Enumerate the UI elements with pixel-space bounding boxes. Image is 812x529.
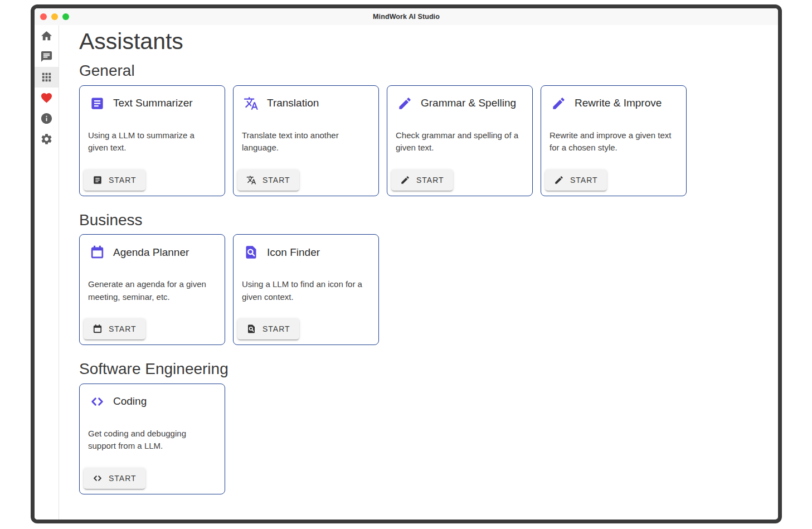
card-actions: START <box>387 166 532 196</box>
info-icon <box>40 112 53 125</box>
chat-icon <box>40 50 53 63</box>
apps-grid-icon <box>40 71 53 84</box>
pencil-icon <box>554 175 564 185</box>
start-button[interactable]: START <box>391 169 453 191</box>
card-title: Rewrite & Improve <box>575 97 662 109</box>
assistant-card: Icon Finder Using a LLM to find an icon … <box>233 234 379 345</box>
section-heading: Business <box>79 211 778 230</box>
desktop-background: MindWork AI Studio Assistants General Te… <box>0 0 812 529</box>
calendar-icon <box>90 245 105 260</box>
sidebar-item-about[interactable] <box>35 108 59 129</box>
assistant-card: Rewrite & Improve Rewrite and improve a … <box>541 85 687 196</box>
titlebar: MindWork AI Studio <box>35 8 778 25</box>
assistant-card: Grammar & Spelling Check grammar and spe… <box>387 85 533 196</box>
card-header: Icon Finder <box>234 235 378 260</box>
start-button-label: START <box>109 474 137 483</box>
card-actions: START <box>80 464 225 494</box>
card-description: Translate text into another language. <box>234 129 378 154</box>
card-actions: START <box>234 314 378 344</box>
card-header: Agenda Planner <box>80 235 225 260</box>
pencil-icon <box>400 175 410 185</box>
assistant-section: Software Engineering Coding Get coding a… <box>79 360 778 494</box>
sections-container: General Text Summarizer Using a LLM to s… <box>79 61 778 494</box>
card-actions: START <box>234 166 378 196</box>
start-button[interactable]: START <box>84 468 145 489</box>
start-button[interactable]: START <box>237 169 299 191</box>
section-heading: General <box>79 61 778 80</box>
assistant-section: General Text Summarizer Using a LLM to s… <box>79 61 778 196</box>
card-description: Check grammar and spelling of a given te… <box>387 129 532 154</box>
start-button[interactable]: START <box>84 318 145 339</box>
card-description: Using a LLM to summarize a given text. <box>80 129 225 154</box>
sidebar <box>35 25 59 520</box>
page-title: Assistants <box>79 28 778 55</box>
assistant-card: Agenda Planner Generate an agenda for a … <box>79 234 225 345</box>
start-button-label: START <box>416 176 444 185</box>
pencil-icon <box>551 96 566 111</box>
start-button-label: START <box>262 176 290 185</box>
sidebar-item-settings[interactable] <box>35 129 59 149</box>
card-header: Coding <box>80 384 225 409</box>
assistant-card: Translation Translate text into another … <box>233 85 379 196</box>
card-description: Generate an agenda for a given meeting, … <box>80 278 225 303</box>
translate-icon <box>244 96 259 111</box>
card-header: Text Summarizer <box>80 86 225 111</box>
card-title: Icon Finder <box>267 246 320 259</box>
window-title: MindWork AI Studio <box>35 13 778 21</box>
start-button-label: START <box>109 176 137 185</box>
card-actions: START <box>541 166 686 196</box>
card-description: Get coding and debugging support from a … <box>80 428 225 453</box>
start-button[interactable]: START <box>237 318 299 339</box>
start-button-label: START <box>109 324 137 333</box>
icon-search-icon <box>244 245 259 260</box>
card-title: Agenda Planner <box>113 246 189 259</box>
card-title: Translation <box>267 97 319 109</box>
traffic-light-minimize[interactable] <box>51 13 58 20</box>
start-button[interactable]: START <box>545 169 607 191</box>
assistant-card: Coding Get coding and debugging support … <box>79 384 225 494</box>
card-header: Grammar & Spelling <box>387 86 532 111</box>
home-icon <box>40 30 53 42</box>
window-frame: MindWork AI Studio Assistants General Te… <box>31 4 782 523</box>
translate-icon <box>246 175 256 185</box>
card-actions: START <box>80 314 225 344</box>
card-description: Rewrite and improve a given text for a c… <box>541 129 686 154</box>
gear-icon <box>40 133 53 145</box>
card-title: Grammar & Spelling <box>421 97 516 109</box>
sidebar-item-home[interactable] <box>35 26 59 46</box>
sidebar-item-favorites[interactable] <box>35 88 59 108</box>
start-button-label: START <box>262 324 290 333</box>
window-body: Assistants General Text Summarizer Using… <box>35 25 778 520</box>
card-title: Text Summarizer <box>113 97 193 109</box>
sidebar-item-chats[interactable] <box>35 46 59 67</box>
traffic-lights <box>35 13 69 20</box>
calendar-icon <box>93 324 103 334</box>
assistant-card: Text Summarizer Using a LLM to summarize… <box>79 85 225 196</box>
card-header: Rewrite & Improve <box>541 86 686 111</box>
app-window: MindWork AI Studio Assistants General Te… <box>35 8 778 520</box>
document-icon <box>93 175 103 185</box>
card-grid: Text Summarizer Using a LLM to summarize… <box>79 85 778 196</box>
sidebar-item-assistants[interactable] <box>35 67 59 88</box>
traffic-light-zoom[interactable] <box>62 13 69 20</box>
assistant-section: Business Agenda Planner Generate an agen… <box>79 211 778 346</box>
code-icon <box>90 394 105 409</box>
traffic-light-close[interactable] <box>40 13 47 20</box>
card-grid: Agenda Planner Generate an agenda for a … <box>79 234 778 345</box>
card-description: Using a LLM to find an icon for a given … <box>234 278 378 303</box>
card-title: Coding <box>113 395 147 407</box>
document-icon <box>90 96 105 111</box>
card-grid: Coding Get coding and debugging support … <box>79 384 778 494</box>
card-header: Translation <box>234 86 378 111</box>
pencil-icon <box>397 96 412 111</box>
heart-icon <box>40 91 53 104</box>
code-icon <box>93 473 103 483</box>
start-button[interactable]: START <box>84 169 145 191</box>
card-actions: START <box>80 166 225 196</box>
start-button-label: START <box>570 176 598 185</box>
icon-search-icon <box>246 324 256 334</box>
section-heading: Software Engineering <box>79 360 778 378</box>
main-content: Assistants General Text Summarizer Using… <box>59 25 778 520</box>
